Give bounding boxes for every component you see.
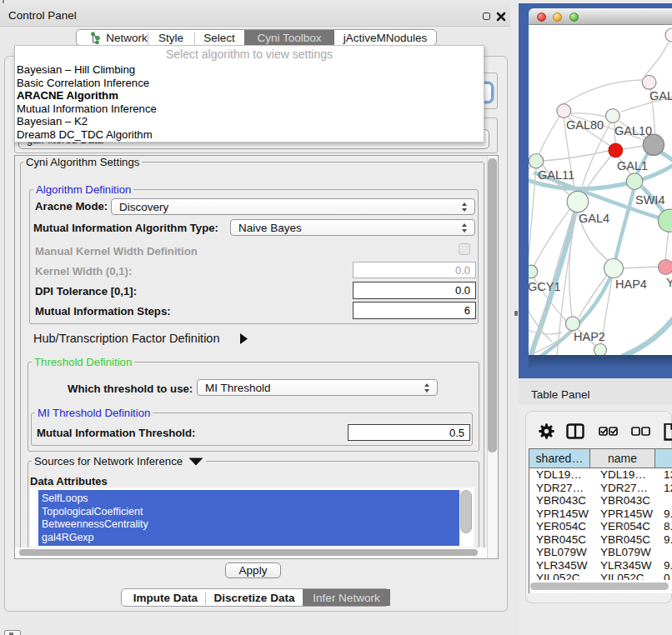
svg-text:GAL4: GAL4: [579, 212, 609, 225]
svg-text:GAL1: GAL1: [617, 159, 648, 172]
svg-text:GAL11: GAL11: [538, 168, 574, 182]
svg-text:HAP2: HAP2: [574, 330, 605, 343]
svg-text:SWI4: SWI4: [635, 193, 664, 207]
svg-text:GCY1: GCY1: [529, 280, 561, 293]
svg-text:GAL10: GAL10: [614, 124, 652, 138]
svg-text:GAL80: GAL80: [566, 118, 604, 132]
svg-text:HAP4: HAP4: [615, 278, 647, 291]
svg-text:YE: YE: [666, 276, 672, 289]
svg-text:GAL7: GAL7: [649, 89, 672, 102]
